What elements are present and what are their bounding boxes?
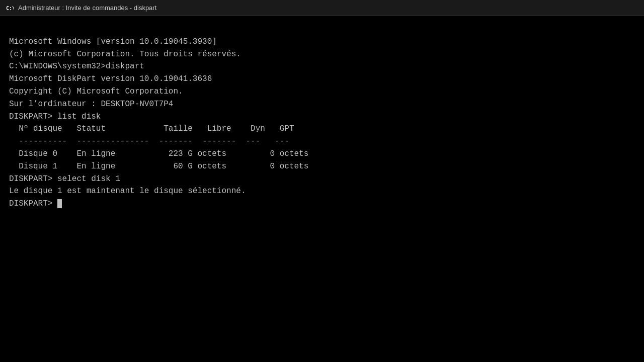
terminal-line: Nº disque Statut Taille Libre Dyn GPT — [9, 123, 635, 135]
svg-text:C:\: C:\ — [6, 6, 14, 11]
terminal-line: C:\WINDOWS\system32>diskpart — [9, 60, 635, 73]
terminal-line: Disque 1 En ligne 60 G octets 0 octets — [9, 160, 635, 173]
terminal-output: Microsoft Windows [version 10.0.19045.39… — [0, 16, 644, 362]
terminal-line: Microsoft Windows [version 10.0.19045.39… — [9, 36, 635, 48]
terminal-line: DISKPART> select disk 1 — [9, 173, 635, 186]
window-title: Administrateur : Invite de commandes - d… — [18, 4, 156, 12]
terminal-line: (c) Microsoft Corporation. Tous droits r… — [9, 48, 635, 61]
terminal-line: Copyright (C) Microsoft Corporation. — [9, 85, 635, 98]
terminal-line: ---------- --------------- ------- -----… — [9, 135, 635, 148]
terminal-line: Le disque 1 est maintenant le disque sél… — [9, 185, 635, 198]
terminal-line: Microsoft DiskPart version 10.0.19041.36… — [9, 73, 635, 85]
cmd-icon: C:\ — [5, 4, 14, 13]
terminal-line: DISKPART> — [9, 198, 635, 210]
terminal-line: DISKPART> list disk — [9, 111, 635, 123]
terminal-line: Disque 0 En ligne 223 G octets 0 octets — [9, 148, 635, 160]
terminal-line: Sur l’ordinateur : DESKTOP-NV0T7P4 — [9, 98, 635, 111]
terminal-cursor — [57, 199, 62, 208]
title-bar: C:\ Administrateur : Invite de commandes… — [0, 0, 644, 16]
